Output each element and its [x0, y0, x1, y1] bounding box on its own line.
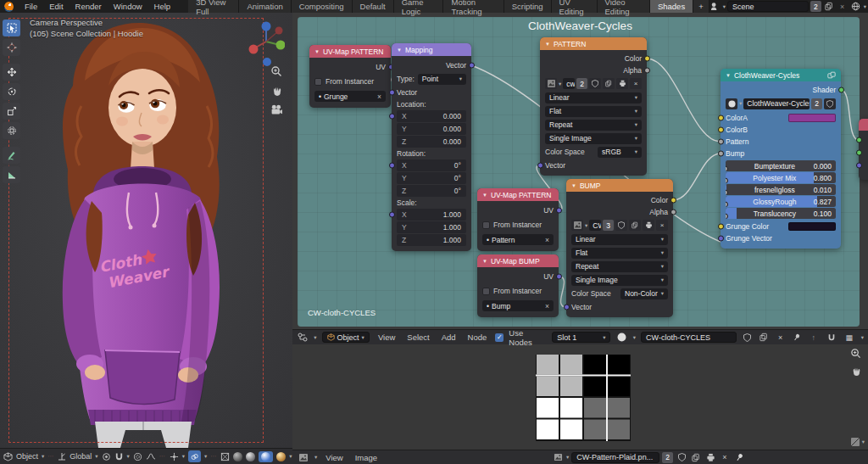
- material-output-node[interactable]: [859, 119, 868, 180]
- unlink-material-icon[interactable]: ×: [775, 332, 786, 343]
- projection-select[interactable]: Flat▾: [545, 106, 642, 117]
- material-browse-caret-icon[interactable]: ▾: [633, 334, 636, 341]
- input-socket[interactable]: [726, 189, 728, 195]
- scale-input-socket[interactable]: [389, 212, 395, 218]
- camera-view-icon[interactable]: [270, 104, 283, 116]
- proportional-edit-icon[interactable]: [133, 450, 142, 462]
- mapping-node[interactable]: ▼Mapping Vector Type: Point▾ Vector Loca…: [392, 43, 471, 251]
- annotate-tool[interactable]: [3, 147, 20, 164]
- alpha-output-socket[interactable]: [644, 68, 650, 74]
- volume-input-socket[interactable]: [856, 149, 862, 155]
- new-scene-icon[interactable]: [823, 1, 835, 12]
- transform-tool[interactable]: [3, 122, 20, 139]
- image-browse-icon[interactable]: [545, 78, 557, 89]
- fake-user-shield-icon[interactable]: [615, 220, 627, 231]
- overlays-toggle-icon[interactable]: [188, 450, 201, 462]
- image-name-field[interactable]: CW-Pattern-Plaid.pn...: [571, 452, 659, 463]
- editor-type-caret-icon[interactable]: ▾: [314, 454, 317, 461]
- uvmap-select[interactable]: •Pattern×: [482, 234, 554, 245]
- snapping-icon[interactable]: [826, 332, 837, 343]
- tab-compositing[interactable]: Compositing: [292, 0, 353, 13]
- scale-tool[interactable]: [3, 103, 20, 120]
- node-header[interactable]: ▼PATTERN: [540, 37, 647, 50]
- rotation-z-field[interactable]: Z0°: [397, 185, 466, 197]
- node-group-icon[interactable]: [827, 71, 836, 79]
- material-browse-icon[interactable]: [615, 332, 627, 344]
- bump-input-socket[interactable]: [718, 151, 724, 157]
- input-socket[interactable]: [726, 165, 728, 171]
- interpolation-select[interactable]: Linear▾: [545, 92, 642, 103]
- colorb-input-socket[interactable]: [718, 127, 724, 133]
- shader-node-editor[interactable]: ClothWeaver-Cycles CW-cloth-CYCLES ▼UV-M…: [292, 13, 868, 329]
- falloff-icon[interactable]: [146, 450, 156, 462]
- shader-type-select[interactable]: Object▾: [322, 332, 370, 343]
- image-editor[interactable]: ▾: [292, 344, 868, 450]
- scale-y-field[interactable]: Y1.000: [397, 221, 466, 233]
- image-browse-caret-icon[interactable]: ▾: [566, 454, 569, 461]
- editor-type-image-icon[interactable]: [297, 451, 309, 463]
- glossyrough-slider[interactable]: GlossyRough0.827: [726, 196, 836, 207]
- bumptexture-slider[interactable]: Bumptexture0.000: [726, 160, 836, 171]
- zoom-icon[interactable]: [850, 348, 861, 359]
- navigation-gizmo[interactable]: [244, 20, 285, 70]
- collapse-icon[interactable]: ▼: [571, 183, 576, 188]
- image-users-badge[interactable]: 2: [576, 78, 587, 89]
- clear-icon[interactable]: ×: [545, 236, 549, 244]
- ne-menu-select[interactable]: Select: [403, 333, 432, 342]
- location-input-socket[interactable]: [389, 114, 395, 120]
- ie-menu-image[interactable]: Image: [352, 453, 381, 462]
- image-browse-icon[interactable]: [571, 220, 583, 231]
- node-header[interactable]: ▼UV-Map PATTERN: [477, 188, 559, 201]
- ie-menu-view[interactable]: View: [322, 453, 346, 462]
- projection-select[interactable]: Flat▾: [571, 248, 668, 259]
- unlink-image-icon[interactable]: ×: [630, 78, 642, 89]
- vector-output-socket[interactable]: [469, 63, 475, 69]
- parent-group-icon[interactable]: ↑: [808, 332, 820, 343]
- measure-tool[interactable]: [3, 166, 20, 183]
- uvmap-pattern-node[interactable]: ▼UV-Map PATTERN UV From Instancer •Patte…: [477, 188, 559, 251]
- display-channels-select[interactable]: ▾: [850, 437, 865, 447]
- node-header[interactable]: ▼UV-Map BUMP: [477, 254, 559, 267]
- node-header[interactable]: ▼BUMP: [566, 179, 673, 192]
- 3d-viewport[interactable]: Cloth Weaver Camera Perspective (105) Sc…: [0, 13, 292, 448]
- editor-type-caret-icon[interactable]: ▾: [314, 334, 316, 341]
- interpolation-select[interactable]: Linear▾: [571, 234, 668, 245]
- gizmos-caret-icon[interactable]: ▾: [182, 453, 185, 460]
- pattern-input-socket[interactable]: [718, 139, 724, 145]
- translucency-slider[interactable]: Translucency0.100: [726, 208, 836, 219]
- pack-image-icon[interactable]: [616, 78, 628, 89]
- pin-icon[interactable]: [791, 332, 802, 343]
- fake-user-shield-icon[interactable]: [676, 452, 687, 463]
- unlink-scene-icon[interactable]: ×: [837, 1, 849, 12]
- mode-caret-icon[interactable]: ▾: [42, 453, 44, 460]
- collapse-icon[interactable]: ▼: [726, 73, 731, 78]
- menu-render[interactable]: Render: [70, 2, 108, 11]
- tab-animation[interactable]: Animation: [239, 0, 291, 13]
- displacement-input-socket[interactable]: [856, 162, 862, 168]
- uvmap-select[interactable]: •Bump×: [482, 300, 554, 311]
- color-space-select[interactable]: sRGB▾: [598, 147, 642, 158]
- pan-hand-icon[interactable]: [270, 85, 283, 97]
- shading-rendered-icon[interactable]: [276, 450, 286, 462]
- nodegroup-browse-icon[interactable]: [726, 98, 737, 109]
- image-users-badge[interactable]: 3: [603, 220, 614, 231]
- collapse-icon[interactable]: ▼: [482, 193, 487, 198]
- collapse-icon[interactable]: ▼: [314, 49, 320, 54]
- material-name-field[interactable]: CW-cloth-CYCLES: [641, 332, 737, 343]
- browse-scene-caret-icon[interactable]: ▾: [723, 3, 726, 10]
- uvmap-bump-node[interactable]: ▼UV-Map BUMP UV From Instancer •Bump×: [477, 254, 559, 317]
- rotate-tool[interactable]: [3, 83, 20, 100]
- clear-icon[interactable]: ×: [545, 302, 549, 310]
- color-output-socket[interactable]: [644, 56, 650, 62]
- polyester-mix-slider[interactable]: Polyester Mix0.800: [726, 172, 836, 183]
- from-instancer-checkbox[interactable]: [482, 288, 490, 295]
- node-header[interactable]: ▼UV-Map PATTERN: [309, 45, 391, 58]
- snap-caret-icon[interactable]: ▾: [127, 453, 130, 460]
- new-material-copy-icon[interactable]: [759, 332, 770, 343]
- unlink-image-icon[interactable]: ×: [656, 220, 668, 231]
- overlay-grid-caret-icon[interactable]: ▾: [861, 334, 864, 341]
- slot-select[interactable]: Slot 1▾: [552, 332, 610, 343]
- fake-user-shield-icon[interactable]: [824, 98, 836, 109]
- snap-magnet-icon[interactable]: [114, 450, 124, 462]
- blender-logo-icon[interactable]: [4, 2, 14, 12]
